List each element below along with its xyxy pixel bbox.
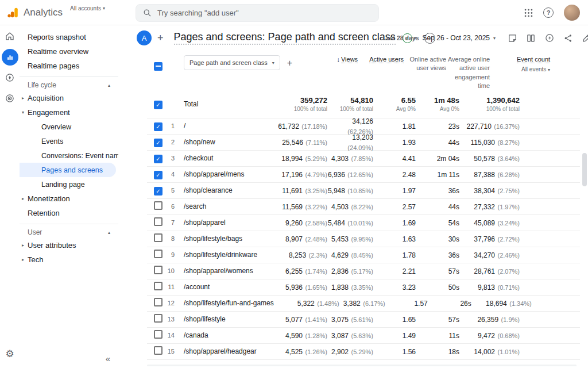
column-header-online-views[interactable]: Online active user views [404,55,446,73]
compare-reports-icon[interactable] [526,33,536,43]
engagement-cell: 57s [416,314,459,324]
event-count-cell: 34,270 (2.46%) [459,250,520,260]
event-filter-label: All events [521,66,546,72]
section-user[interactable]: User ▴ [20,224,118,238]
active-users-cell: 3,087 (5.63%) [327,330,373,340]
apps-grid-icon[interactable] [524,9,533,17]
row-index: 14 [164,332,175,339]
sidebar-item-label: Realtime pages [28,62,79,70]
page-path-cell: /shop/lifestyle/drinkware [175,251,262,259]
table-row: 13/shop/lifestyle5,077 (1.41%)3,075 (5.6… [147,312,580,328]
totals-views: 359,272 100% of total [262,96,327,112]
advertising-icon[interactable] [0,89,20,108]
sidebar-item-landing-page[interactable]: Landing page [20,177,118,191]
column-header-active-users[interactable]: Active users [358,55,404,64]
analytics-logo[interactable]: Analytics [7,0,63,25]
comparison-chip[interactable]: A [137,30,152,45]
row-index: 13 [164,316,175,323]
admin-gear-icon[interactable]: ⚙ [0,348,20,360]
insights-icon[interactable] [544,33,555,43]
row-checkbox[interactable] [147,233,164,244]
global-search-input[interactable]: Try searching "add user" [136,4,379,22]
row-index: 10 [164,267,175,274]
row-checkbox[interactable] [147,169,164,180]
row-checkbox[interactable] [147,217,164,228]
add-comparison-icon[interactable]: + [157,33,164,43]
row-checkbox[interactable] [147,121,164,132]
report-title[interactable]: Pages and screens: Page path and screen … [174,31,396,45]
row-checkbox[interactable] [147,282,164,293]
sidebar-item-engagement[interactable]: ▾ Engagement [20,105,118,120]
views-cell: 17,196 (4.79%) [262,169,327,179]
sidebar-item-monetization[interactable]: ▸ Monetization [20,191,118,206]
collapse-sidebar-icon[interactable]: « [106,354,110,363]
event-filter[interactable]: All events ▾ [490,66,550,74]
totals-checkbox[interactable] [147,99,164,110]
notes-icon[interactable] [508,33,517,43]
share-icon[interactable] [563,33,573,43]
sidebar-item-label: Reports snapshot [28,33,86,41]
sidebar-item-overview[interactable]: Overview [20,120,118,134]
totals-row: Total 359,272 100% of total 54,810 100% … [147,91,580,118]
totals-event-count: 1,390,642 100% of total [459,96,520,112]
sidebar-item-reports-snapshot[interactable]: Reports snapshot [20,30,118,44]
checkbox-checked-icon [154,139,163,147]
sidebar-item-conversions[interactable]: Conversions: Event name [20,148,118,163]
date-range-selector[interactable]: Last 28 days Sep 26 - Oct 23, 2025 ▾ [383,34,496,42]
row-checkbox[interactable] [147,298,164,309]
sidebar-item-retention[interactable]: Retention [20,206,118,220]
page-path-cell: /shop/lifestyle/bags [175,235,262,243]
column-label: Online active user views [410,56,447,71]
avatar[interactable] [564,5,580,21]
event-count-cell: 45,089 (3.24%) [459,217,520,228]
row-checkbox[interactable] [147,201,164,212]
checkbox-unchecked-icon [154,282,163,290]
dimension-selector[interactable]: Page path and screen class ▾ [184,55,280,70]
sidebar-item-label: Conversions: Event name [41,152,123,160]
account-switcher[interactable]: All accounts ▾ [70,5,105,12]
sidebar-item-realtime-overview[interactable]: Realtime overview [20,44,118,59]
row-checkbox[interactable] [147,314,164,325]
row-checkbox[interactable] [147,153,164,164]
section-life-cycle[interactable]: Life cycle ▴ [20,76,118,91]
row-checkbox[interactable] [147,346,164,357]
sidebar-item-realtime-pages[interactable]: Realtime pages [20,59,118,73]
page-path-cell: /shop/apparel/mens [175,170,262,178]
horizontal-scrollbar[interactable] [147,365,577,366]
column-header-event-count[interactable]: Event count All events ▾ [490,55,550,74]
home-icon[interactable] [0,26,20,46]
row-checkbox[interactable] [147,330,164,341]
checkbox-unchecked-icon [154,346,163,355]
table-row: 10/shop/apparel/womens6,255 (1.74%)2,836… [147,263,580,279]
add-dimension-icon[interactable]: + [287,58,292,68]
column-header-engagement[interactable]: Average online active user engagement ti… [446,55,490,91]
row-checkbox[interactable] [147,250,164,260]
active-users-cell: 4,303 (7.85%) [327,153,373,163]
sidebar-item-acquisition[interactable]: ▸ Acquisition [20,91,118,105]
online-views-cell: 4.41 [373,153,416,163]
sidebar-item-user-attributes[interactable]: ▸ User attributes [20,238,118,252]
explore-icon[interactable] [0,68,20,87]
checkbox-checked-icon [154,122,163,131]
views-cell: 8,253 (2.3%) [262,250,327,260]
vertical-scrollbar[interactable] [582,153,587,186]
help-icon[interactable]: ? [543,7,554,18]
row-checkbox[interactable] [147,185,164,196]
select-all-checkbox[interactable] [147,59,164,71]
row-checkbox[interactable] [147,266,164,277]
sidebar-item-tech[interactable]: ▸ Tech [20,252,118,267]
row-index: 3 [164,155,175,162]
sidebar-item-pages-and-screens[interactable]: Pages and screens [20,163,116,177]
engagement-cell: 50s [416,282,459,292]
online-views-cell: 1.56 [373,346,416,356]
reports-icon[interactable] [0,47,20,67]
row-checkbox[interactable] [147,137,164,148]
active-users-cell: 6,936 (12.65%) [327,169,373,179]
customize-report-icon[interactable] [582,33,588,43]
column-header-views[interactable]: ↓Views [292,55,358,64]
row-index: 15 [164,348,175,355]
views-cell: 6,255 (1.74%) [262,266,327,276]
views-cell: 11,569 (3.22%) [262,201,327,212]
sidebar-item-events[interactable]: Events [20,134,118,148]
active-users-cell: 3,075 (5.61%) [327,314,373,324]
